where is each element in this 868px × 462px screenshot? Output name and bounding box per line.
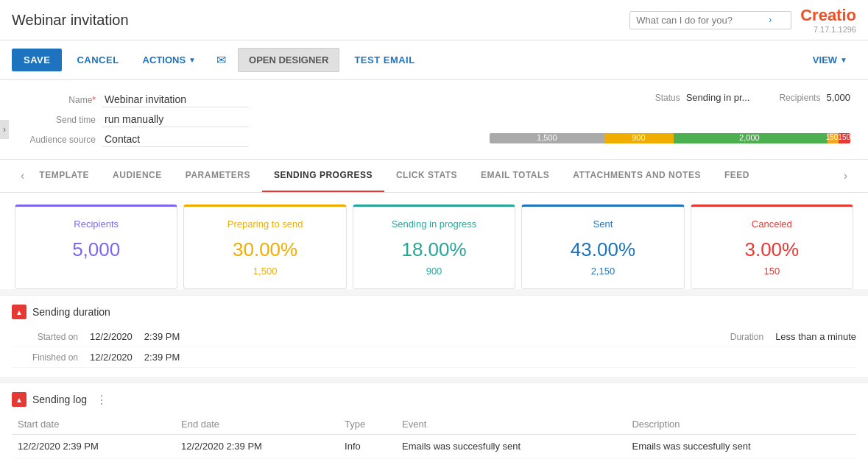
view-button[interactable]: VIEW ▼ [804, 49, 856, 71]
actions-chevron-icon: ▼ [188, 56, 196, 64]
sending-log-section: ▲ Sending log ⋮ Start date End date Type… [0, 383, 868, 462]
col-event: Event [396, 414, 626, 435]
header-right: › Creatio 7.17.1.1296 [629, 6, 856, 34]
stat-count-sending: 900 [365, 266, 503, 277]
recipients-label: Recipients [779, 93, 820, 103]
send-time-value[interactable]: run manually [102, 112, 249, 127]
finished-on-time: 2:39 PM [144, 352, 180, 363]
tab-prev-button[interactable]: ‹ [18, 169, 27, 182]
status-label: Status [655, 93, 680, 103]
sending-log-menu-icon[interactable]: ⋮ [96, 393, 107, 407]
tabs: TEMPLATE AUDIENCE PARAMETERS SENDING PRO… [27, 160, 840, 192]
tab-template[interactable]: TEMPLATE [27, 160, 101, 192]
top-header: Webinar invitation › Creatio 7.17.1.1296 [0, 0, 868, 40]
sending-log-header: ▲ Sending log ⋮ [12, 392, 856, 407]
finished-on-row: Finished on 12/2/2020 2:39 PM [12, 347, 856, 368]
send-time-label: Send time [29, 115, 96, 125]
audience-source-value[interactable]: Contact [102, 132, 249, 147]
logo: Creatio 7.17.1.1296 [800, 6, 856, 34]
tab-feed[interactable]: FEED [713, 160, 761, 192]
stat-percent-sent: 43.00% [534, 238, 671, 261]
name-value[interactable]: Webinar invitation [102, 92, 249, 107]
stat-title-recipients: Recipients [27, 218, 165, 230]
test-email-button[interactable]: TEST EMAIL [345, 49, 423, 71]
save-button[interactable]: SAVE [12, 49, 62, 71]
started-on-date: 12/2/2020 [90, 331, 133, 342]
stat-percent-sending: 18.00% [365, 238, 503, 261]
tab-click-stats[interactable]: CLICK STATS [384, 160, 469, 192]
logo-text: Creatio [800, 6, 856, 25]
stat-card-sent: Sent 43.00% 2,150 [521, 205, 684, 289]
pb-segment-orange [828, 133, 839, 143]
tab-email-totals[interactable]: EMAIL TOTALS [469, 160, 561, 192]
cancel-button[interactable]: CANCEL [68, 49, 127, 71]
tab-audience[interactable]: AUDIENCE [101, 160, 174, 192]
content-area: › Name Webinar invitation Send time run … [0, 80, 868, 160]
tab-sending-progress[interactable]: SENDING PROGRESS [262, 160, 384, 192]
stat-count-recipients: 5,000 [27, 238, 165, 261]
search-box[interactable]: › [629, 11, 791, 29]
stat-count-canceled: 150 [703, 266, 841, 277]
page-title: Webinar invitation [12, 12, 129, 29]
log-start-date: 12/2/2020 2:39 PM [12, 435, 175, 458]
stat-percent-canceled: 3.00% [703, 238, 841, 261]
status-row: Status Sending in pr... Recipients 5,000 [655, 92, 850, 103]
started-on-label: Started on [12, 332, 78, 342]
stat-title-preparing: Preparing to send [196, 218, 334, 230]
stat-title-canceled: Canceled [703, 218, 841, 230]
actions-button[interactable]: ACTIONS ▼ [134, 49, 205, 71]
table-row: 12/2/2020 2:39 PM 12/2/2020 2:39 PM Info… [12, 435, 856, 458]
col-end-date: End date [175, 414, 339, 435]
log-table-header-row: Start date End date Type Event Descripti… [12, 414, 856, 435]
tab-next-button[interactable]: › [841, 169, 850, 182]
col-type: Type [339, 414, 396, 435]
logo-version: 7.17.1.1296 [800, 25, 856, 34]
stat-title-sent: Sent [534, 218, 671, 230]
pb-segment-green [674, 133, 828, 143]
stat-count-preparing: 1,500 [196, 266, 334, 277]
recipients-value: 5,000 [826, 92, 850, 103]
finished-on-label: Finished on [12, 352, 78, 363]
tab-attachments-and-notes[interactable]: ATTACHMENTS AND NOTES [561, 160, 713, 192]
sending-log-table: Start date End date Type Event Descripti… [12, 414, 856, 458]
sending-log-title: Sending log [32, 394, 87, 405]
search-input[interactable] [636, 15, 769, 26]
open-designer-button[interactable]: OPEN DESIGNER [238, 48, 339, 72]
search-arrow-icon: › [769, 15, 772, 25]
stat-card-recipients: Recipients 5,000 [15, 205, 177, 289]
sidebar-toggle-button[interactable]: › [0, 120, 9, 139]
sending-duration-toggle[interactable]: ▲ [12, 305, 27, 319]
recipients-item: Recipients 5,000 [779, 92, 850, 103]
pb-segment-gray [490, 133, 604, 143]
col-description: Description [626, 414, 856, 435]
tabs-container: ‹ TEMPLATE AUDIENCE PARAMETERS SENDING P… [0, 160, 868, 193]
duration-value: Less than a minute [775, 331, 856, 342]
log-description: Emails was succesfully sent [626, 435, 856, 458]
stat-count-sent: 2,150 [534, 266, 671, 277]
finished-on-date: 12/2/2020 [90, 352, 133, 363]
started-on-time: 2:39 PM [144, 331, 180, 342]
stat-card-canceled: Canceled 3.00% 150 [691, 205, 853, 289]
tab-parameters[interactable]: PARAMETERS [174, 160, 262, 192]
log-end-date: 12/2/2020 2:39 PM [175, 435, 339, 458]
pin-button[interactable]: ✉ [211, 50, 232, 70]
progress-bar [490, 133, 850, 143]
pb-segment-yellow [604, 133, 674, 143]
sending-duration-section: ▲ Sending duration Started on 12/2/2020 … [0, 295, 868, 377]
send-time-field-group: Send time run manually [29, 112, 850, 127]
stat-title-sending: Sending in progress [365, 218, 503, 230]
log-event: Emails was succesfully sent [396, 435, 626, 458]
pb-segment-red [839, 133, 850, 143]
status-item: Status Sending in pr... [655, 92, 750, 103]
toolbar: SAVE CANCEL ACTIONS ▼ ✉ OPEN DESIGNER TE… [0, 40, 868, 80]
log-type: Info [339, 435, 396, 458]
duration-label: Duration [730, 332, 763, 342]
status-value: Sending in pr... [686, 92, 750, 103]
stats-cards: Recipients 5,000 Preparing to send 30.00… [0, 193, 868, 289]
sending-duration-title: Sending duration [32, 306, 110, 318]
stat-percent-preparing: 30.00% [196, 238, 334, 261]
stat-sub-recipients [27, 266, 165, 277]
audience-source-label: Audience source [29, 135, 96, 145]
stat-card-sending: Sending in progress 18.00% 900 [353, 205, 515, 289]
sending-log-toggle[interactable]: ▲ [12, 392, 27, 407]
